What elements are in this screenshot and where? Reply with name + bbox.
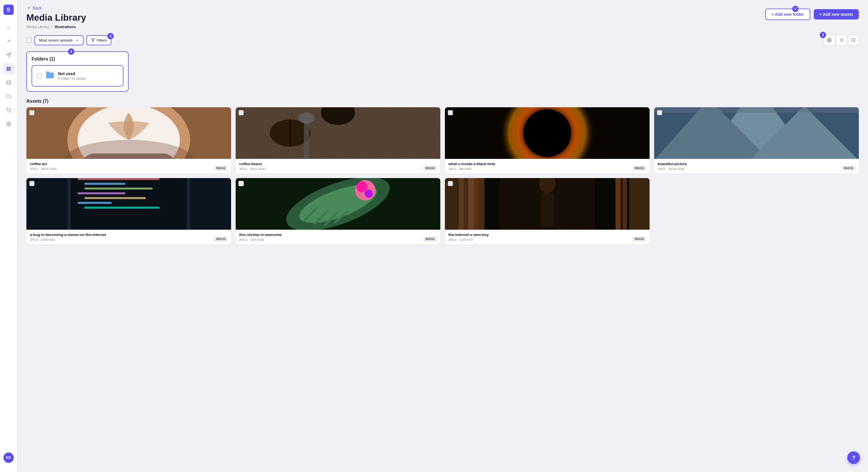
svg-rect-50: [78, 202, 112, 204]
asset-meta: JPEG · 800×466: [448, 167, 495, 171]
asset-card[interactable]: coffee-beans JPEG · 5021×3347 IMAGE: [236, 107, 440, 173]
svg-rect-47: [84, 188, 153, 190]
asset-card[interactable]: what-s-inside-a-black-hole JPEG · 800×46…: [445, 107, 650, 173]
asset-checkbox[interactable]: [29, 110, 34, 115]
asset-meta: JPEG · 5021×3347: [239, 167, 266, 171]
asset-details: beautiful-picture JPEG · 3824×2548: [658, 162, 687, 171]
asset-thumbnail: [654, 107, 859, 159]
sidebar-item-pages[interactable]: [3, 77, 14, 88]
asset-info: a-bug-is-becoming-a-meme-on-the-internet…: [26, 230, 231, 244]
asset-type-badge: IMAGE: [632, 237, 646, 241]
asset-details: coffee-beans JPEG · 5021×3347: [239, 162, 266, 171]
asset-checkbox[interactable]: [239, 110, 244, 115]
filter-label: Filters: [97, 38, 107, 42]
svg-rect-51: [84, 207, 159, 209]
asset-card[interactable]: the-internet-s-own-boy JPEG · 1200×707 I…: [445, 178, 650, 244]
sort-dropdown[interactable]: Most recent uploads: [34, 35, 84, 45]
svg-point-9: [8, 123, 9, 125]
asset-thumbnail: [236, 178, 440, 230]
sidebar: S ⌂ ↗ KD: [0, 0, 17, 472]
asset-checkbox[interactable]: [657, 110, 662, 115]
asset-name: beautiful-picture: [658, 162, 687, 167]
assets-section: Assets (7): [26, 99, 859, 244]
svg-rect-4: [7, 80, 11, 85]
svg-rect-70: [629, 178, 650, 230]
search-button[interactable]: [848, 35, 859, 45]
asset-type-badge: IMAGE: [423, 166, 437, 171]
asset-details: what-s-inside-a-black-hole JPEG · 800×46…: [448, 162, 495, 171]
filter-button[interactable]: Filters 2: [86, 35, 112, 45]
sidebar-item-media[interactable]: [3, 63, 14, 74]
asset-card[interactable]: coffee-art JPEG · 5824×3259 IMAGE: [26, 107, 231, 173]
asset-meta: JPEG · 5824×3259: [30, 167, 57, 171]
asset-meta: JPEG · 1200×630: [30, 238, 106, 241]
folder-name: Not used: [58, 71, 86, 76]
folder-info: Not used 0 folder, 14 assets: [58, 71, 86, 80]
select-all-checkbox[interactable]: [26, 38, 32, 43]
sidebar-logo[interactable]: S: [3, 5, 14, 15]
asset-checkbox[interactable]: [448, 181, 453, 186]
asset-card[interactable]: a-bug-is-becoming-a-meme-on-the-internet…: [26, 178, 231, 244]
badge-1: 1: [792, 6, 799, 12]
svg-rect-49: [84, 197, 146, 199]
breadcrumb-current: Illustrations: [55, 25, 76, 29]
asset-checkbox[interactable]: [448, 110, 453, 115]
asset-thumbnail: [26, 178, 231, 230]
svg-rect-65: [459, 178, 464, 230]
asset-thumbnail: [236, 107, 440, 159]
svg-rect-69: [479, 178, 485, 230]
page-title: Media Library: [26, 12, 86, 23]
asset-meta: JPEG · 3824×2548: [658, 167, 687, 171]
svg-rect-46: [84, 183, 125, 185]
asset-card[interactable]: this-shrimp-is-awesome JPEG · 1200×630 I…: [236, 178, 440, 244]
asset-name: coffee-beans: [239, 162, 266, 167]
sidebar-item-ecommerce[interactable]: [3, 104, 14, 116]
add-new-folder-button[interactable]: + Add new folder: [765, 9, 810, 20]
folders-grid: Not used 0 folder, 14 assets: [32, 65, 123, 87]
svg-point-57: [356, 181, 367, 193]
asset-thumbnail: [445, 178, 650, 230]
asset-card[interactable]: beautiful-picture JPEG · 3824×2548 IMAGE: [654, 107, 859, 173]
asset-details: a-bug-is-becoming-a-meme-on-the-internet…: [30, 233, 106, 241]
sidebar-item-cloud[interactable]: [3, 91, 14, 102]
back-button[interactable]: Back: [26, 6, 86, 10]
main-content: Back Media Library Media Library / Illus…: [17, 0, 868, 472]
svg-rect-66: [464, 178, 468, 230]
sort-label: Most recent uploads: [39, 38, 73, 42]
svg-rect-72: [622, 178, 627, 230]
badge-2: 2: [107, 33, 114, 39]
list-view-button[interactable]: [836, 35, 847, 45]
svg-rect-0: [7, 67, 8, 69]
asset-checkbox[interactable]: [29, 181, 34, 186]
asset-info: coffee-art JPEG · 5824×3259 IMAGE: [26, 159, 231, 173]
svg-rect-67: [468, 178, 474, 230]
folder-item[interactable]: Not used 0 folder, 14 assets: [32, 65, 123, 87]
header-left: Back Media Library Media Library / Illus…: [26, 6, 86, 29]
sidebar-item-analytics[interactable]: ↗: [3, 36, 14, 47]
sidebar-item-settings[interactable]: [3, 118, 14, 130]
asset-checkbox[interactable]: [239, 181, 244, 186]
asset-name: what-s-inside-a-black-hole: [448, 162, 495, 167]
topbar-actions: 1 + Add new folder + Add new assets: [765, 9, 859, 20]
svg-rect-48: [78, 193, 125, 194]
asset-type-badge: IMAGE: [214, 237, 228, 241]
content-area: Most recent uploads Filters 2 3: [17, 29, 868, 472]
help-button[interactable]: ?: [847, 451, 860, 464]
asset-info: coffee-beans JPEG · 5021×3347 IMAGE: [236, 159, 440, 173]
topbar: Back Media Library Media Library / Illus…: [17, 0, 868, 29]
folders-section-title: Folders (1): [32, 57, 123, 62]
svg-rect-40: [654, 107, 859, 113]
folder-checkbox[interactable]: [37, 73, 42, 78]
sidebar-item-home[interactable]: ⌂: [3, 22, 14, 33]
back-label: Back: [33, 6, 42, 10]
sidebar-item-campaigns[interactable]: [3, 49, 14, 61]
user-avatar[interactable]: KD: [3, 452, 14, 463]
svg-rect-1: [9, 67, 10, 69]
asset-type-badge: IMAGE: [842, 166, 856, 171]
asset-thumbnail: [26, 107, 231, 159]
add-new-assets-button[interactable]: + Add new assets: [814, 9, 859, 20]
asset-meta: JPEG · 1200×707: [448, 238, 489, 241]
svg-rect-2: [7, 69, 8, 71]
svg-point-7: [8, 112, 8, 112]
svg-marker-10: [91, 39, 95, 42]
